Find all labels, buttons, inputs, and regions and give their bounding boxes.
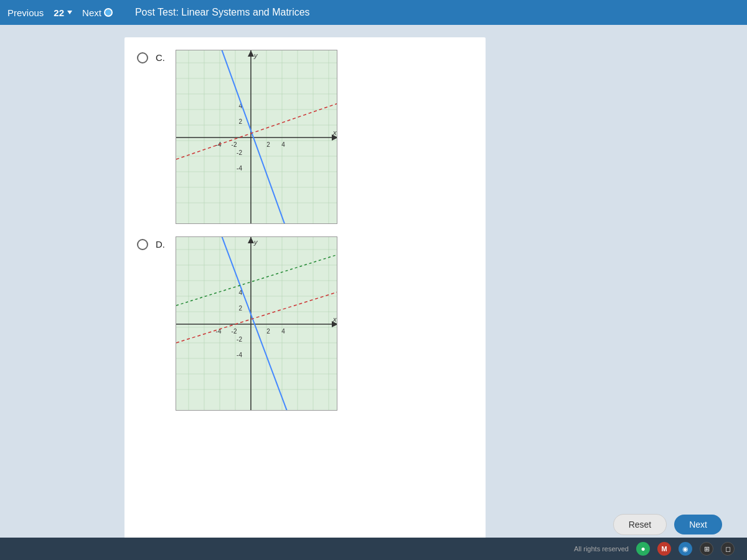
option-d-row: D. [137, 236, 473, 411]
option-c-label: C. [156, 52, 168, 63]
svg-text:2: 2 [266, 328, 270, 335]
svg-text:-2: -2 [232, 141, 237, 148]
next-button[interactable]: Next [82, 7, 113, 18]
graph-c: y x -4 -2 2 4 4 2 -2 -4 [176, 50, 337, 224]
next-button-bottom[interactable]: Next [674, 515, 722, 534]
svg-text:4: 4 [281, 328, 285, 335]
radio-c[interactable] [137, 52, 148, 63]
svg-text:-2: -2 [237, 336, 242, 343]
page-title: Post Test: Linear Systems and Matrices [135, 7, 310, 18]
chevron-down-icon [67, 11, 72, 14]
svg-text:-2: -2 [237, 149, 242, 156]
question-number-value: 22 [54, 7, 64, 18]
footer-icon-blue[interactable]: ◉ [679, 542, 692, 556]
svg-text:2: 2 [266, 141, 270, 148]
graph-d-svg: y x -4 -2 2 4 4 2 -2 -4 [176, 237, 337, 411]
copyright-text: All rights reserved [574, 545, 629, 553]
header-bar: Previous 22 Next Post Test: Linear Syste… [0, 0, 747, 25]
option-c-row: C. [137, 50, 473, 224]
svg-text:2: 2 [238, 305, 242, 312]
svg-text:-2: -2 [232, 328, 237, 335]
graph-c-svg: y x -4 -2 2 4 4 2 -2 -4 [176, 50, 337, 224]
svg-text:-4: -4 [237, 352, 242, 358]
svg-text:-4: -4 [237, 165, 242, 172]
footer-icon-dark2[interactable]: ◻ [721, 542, 735, 556]
footer-icon-green[interactable]: ● [636, 542, 650, 556]
content-panel: C. [125, 37, 486, 548]
svg-text:x: x [332, 129, 337, 136]
graph-d: y x -4 -2 2 4 4 2 -2 -4 [176, 236, 337, 411]
svg-text:4: 4 [281, 141, 285, 148]
option-d-label: D. [156, 239, 168, 250]
previous-button[interactable]: Previous [7, 7, 44, 18]
svg-text:2: 2 [238, 118, 242, 125]
reset-button[interactable]: Reset [613, 514, 667, 535]
bottom-buttons: Reset Next [613, 514, 722, 535]
main-content: C. [0, 25, 747, 560]
radio-d[interactable] [137, 239, 148, 250]
next-label: Next [82, 7, 101, 18]
question-number[interactable]: 22 [54, 7, 72, 18]
footer-icon-m[interactable]: M [657, 542, 671, 556]
footer-bar: All rights reserved ● M ◉ ⊞ ◻ [0, 538, 747, 560]
next-circle-icon [104, 8, 113, 17]
svg-text:x: x [332, 315, 337, 323]
footer-icon-dark[interactable]: ⊞ [700, 542, 713, 556]
